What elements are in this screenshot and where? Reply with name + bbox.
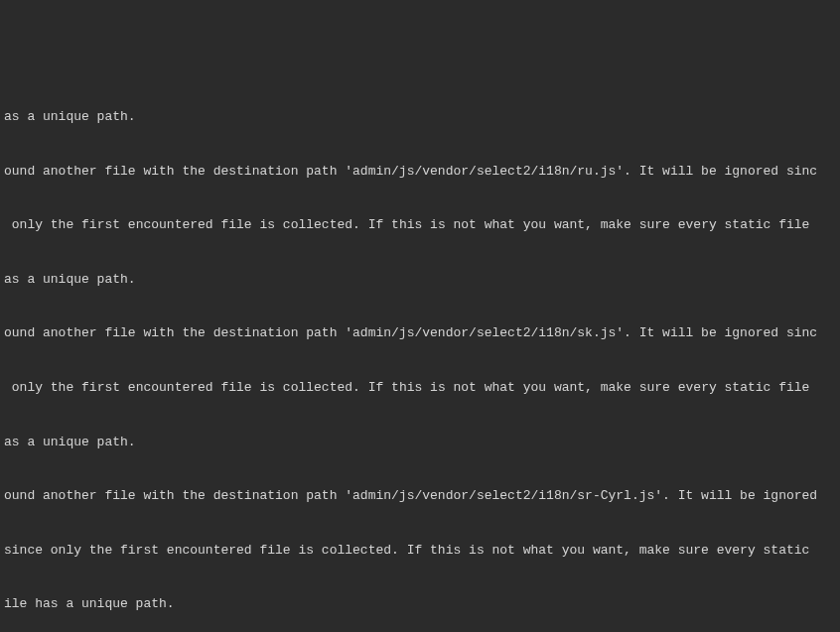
terminal-line: as a unique path. bbox=[4, 434, 836, 451]
terminal-line: only the first encountered file is colle… bbox=[4, 216, 836, 234]
terminal-line: as a unique path. bbox=[4, 108, 836, 126]
terminal-line: ound another file with the destination p… bbox=[4, 163, 836, 181]
terminal-output[interactable]: as a unique path. ound another file with… bbox=[0, 72, 840, 632]
terminal-line: ound another file with the destination p… bbox=[4, 487, 836, 505]
terminal-line: ile has a unique path. bbox=[4, 595, 836, 613]
terminal-line: only the first encountered file is colle… bbox=[4, 379, 836, 397]
terminal-line: ound another file with the destination p… bbox=[4, 324, 836, 342]
terminal-line: as a unique path. bbox=[4, 271, 836, 289]
terminal-line: since only the first encountered file is… bbox=[4, 542, 836, 560]
